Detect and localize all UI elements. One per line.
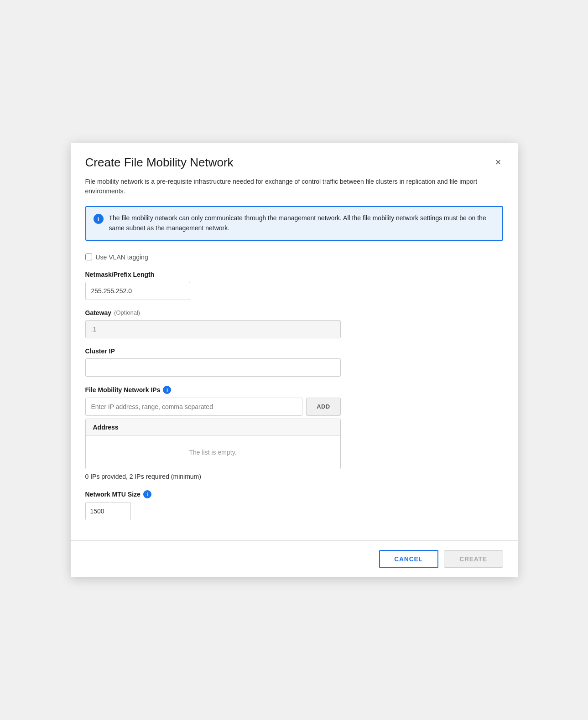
vlan-checkbox[interactable] <box>85 254 92 260</box>
file-mobility-ips-group: File Mobility Network IPs i ADD Address … <box>85 386 503 480</box>
create-file-mobility-dialog: Create File Mobility Network × File mobi… <box>71 143 518 577</box>
ip-address-input[interactable] <box>85 398 303 416</box>
gateway-group: Gateway (Optional) <box>85 309 503 338</box>
cluster-ip-input[interactable] <box>85 358 341 377</box>
cluster-ip-label: Cluster IP <box>85 347 503 355</box>
mtu-label: Network MTU Size i <box>85 490 503 498</box>
gateway-input[interactable] <box>85 320 341 338</box>
dialog-footer: CANCEL CREATE <box>71 540 518 577</box>
file-mobility-ips-info-icon[interactable]: i <box>163 386 171 394</box>
description-text: File mobility network is a pre-requisite… <box>85 177 503 196</box>
add-ip-button[interactable]: ADD <box>306 398 340 416</box>
mtu-value-input[interactable] <box>86 502 131 520</box>
gateway-label: Gateway (Optional) <box>85 309 503 316</box>
file-mobility-ips-label: File Mobility Network IPs i <box>85 386 503 394</box>
cancel-button[interactable]: CANCEL <box>379 550 438 568</box>
mtu-group: Network MTU Size i ▲ ▼ <box>85 490 503 520</box>
close-button[interactable]: × <box>494 157 503 167</box>
ip-address-table: Address The list is empty. <box>85 419 341 469</box>
vlan-label[interactable]: Use VLAN tagging <box>96 254 148 261</box>
info-box: i The file mobility network can only com… <box>85 206 503 240</box>
mtu-input-wrapper: ▲ ▼ <box>85 502 131 520</box>
dialog-body: File mobility network is a pre-requisite… <box>71 170 518 540</box>
create-button[interactable]: CREATE <box>444 550 503 568</box>
vlan-row: Use VLAN tagging <box>85 254 503 261</box>
netmask-label: Netmask/Prefix Length <box>85 271 503 278</box>
info-box-text: The file mobility network can only commu… <box>109 213 495 233</box>
ip-input-row: ADD <box>85 398 341 416</box>
info-icon: i <box>94 214 104 224</box>
ip-table-empty: The list is empty. <box>86 436 340 469</box>
ip-count-text: 0 IPs provided, 2 IPs required (minimum) <box>85 473 503 480</box>
netmask-input[interactable] <box>85 282 190 300</box>
ip-table-header: Address <box>86 419 340 436</box>
mtu-info-icon[interactable]: i <box>143 490 151 498</box>
netmask-group: Netmask/Prefix Length <box>85 271 503 300</box>
dialog-title: Create File Mobility Network <box>85 155 234 170</box>
dialog-header: Create File Mobility Network × <box>71 143 518 170</box>
cluster-ip-group: Cluster IP <box>85 347 503 377</box>
gateway-optional: (Optional) <box>114 309 140 316</box>
